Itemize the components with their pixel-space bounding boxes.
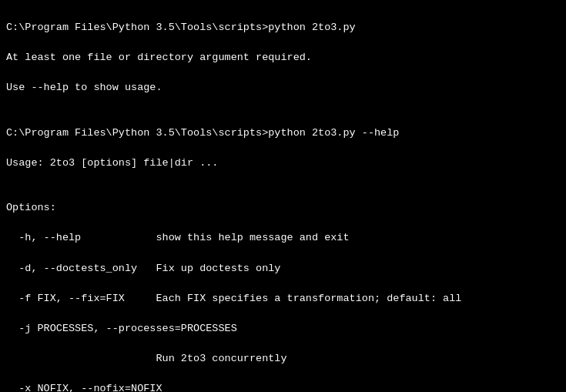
terminal-line-5: Usage: 2to3 [options] file|dir ... bbox=[6, 156, 560, 171]
terminal-line-9: -d, --doctests_only Fix up doctests only bbox=[6, 261, 560, 276]
terminal-line-1: At least one file or directory argument … bbox=[6, 50, 560, 65]
terminal-line-11: -j PROCESSES, --processes=PROCESSES bbox=[6, 321, 560, 337]
terminal-output: C:\Program Files\Python 3.5\Tools\script… bbox=[6, 5, 560, 392]
terminal-line-8: -h, --help show this help message and ex… bbox=[6, 230, 560, 246]
terminal-line-4: C:\Program Files\Python 3.5\Tools\script… bbox=[6, 126, 560, 141]
terminal-line-7: Options: bbox=[6, 200, 560, 216]
terminal-line-0: C:\Program Files\Python 3.5\Tools\script… bbox=[6, 20, 560, 35]
terminal-line-13: -x NOFIX, --nofix=NOFIX bbox=[6, 381, 560, 392]
terminal-line-12: Run 2to3 concurrently bbox=[6, 351, 560, 367]
terminal-line-10: -f FIX, --fix=FIX Each FIX specifies a t… bbox=[6, 291, 560, 307]
terminal-line-2: Use --help to show usage. bbox=[6, 80, 560, 95]
